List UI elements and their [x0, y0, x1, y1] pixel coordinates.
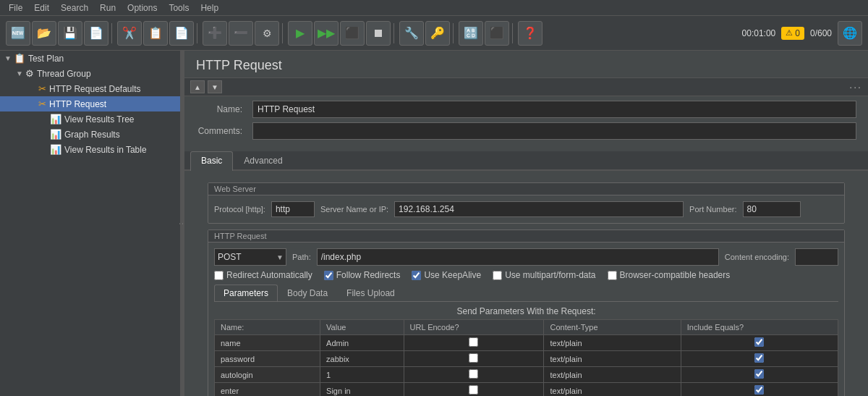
table-row: name Admin text/plain — [215, 335, 838, 351]
web-server-title: Web Server — [208, 183, 844, 195]
table-row: enter Sign in text/plain — [215, 383, 838, 397]
gr-label: Graph Results — [64, 130, 120, 140]
subtab-files-upload[interactable]: Files Upload — [337, 285, 404, 301]
row4-include-equals-input[interactable] — [754, 385, 764, 395]
globe-button[interactable]: 🌐 — [838, 21, 862, 46]
use-keepalive-input[interactable] — [412, 271, 421, 280]
save-button[interactable]: 💾 — [58, 21, 82, 46]
tree-item-test-plan[interactable]: ▼ 📋 Test Plan — [0, 51, 180, 66]
tree-item-http-defaults[interactable]: ✂ HTTP Request Defaults — [0, 81, 180, 96]
row4-include-equals[interactable] — [681, 383, 838, 397]
row2-url-encode[interactable] — [404, 351, 544, 367]
menu-tools[interactable]: Tools — [163, 1, 195, 14]
tree-item-graph-results[interactable]: 📊 Graph Results — [0, 127, 180, 142]
use-multipart-checkbox[interactable]: Use multipart/form-data — [493, 270, 595, 280]
col-content-type: Content-Type — [544, 320, 681, 335]
separator5 — [453, 23, 456, 43]
start-no-pause-button[interactable]: ▶▶ — [314, 21, 339, 46]
row3-url-encode[interactable] — [404, 367, 544, 383]
gr-icon: 📊 — [50, 129, 61, 140]
subtab-body-data[interactable]: Body Data — [278, 285, 337, 301]
row4-url-encode-input[interactable] — [469, 385, 478, 395]
clear-all-button[interactable]: ⬛ — [485, 21, 509, 46]
expand-thread-group[interactable]: ▼ — [16, 69, 23, 77]
run-count: 0/600 — [810, 28, 832, 38]
row2-include-equals-input[interactable] — [754, 353, 764, 363]
subtab-parameters[interactable]: Parameters — [214, 285, 278, 301]
tab-advanced[interactable]: Advanced — [233, 151, 293, 169]
name-input[interactable] — [252, 101, 856, 118]
clear-button[interactable]: 🔠 — [459, 21, 483, 46]
left-panel: ▼ 📋 Test Plan ▼ ⚙ Thread Group ✂ HTTP Re… — [0, 51, 181, 396]
comments-input[interactable] — [252, 122, 856, 140]
tree-item-http-request[interactable]: ✂ HTTP Request — [0, 96, 180, 111]
comments-row: Comments: — [196, 122, 856, 140]
collapse-button[interactable]: ➖ — [229, 21, 253, 46]
row1-include-equals[interactable] — [681, 335, 838, 351]
content-enc-input[interactable] — [795, 248, 838, 266]
row2-include-equals[interactable] — [681, 351, 838, 367]
menu-run[interactable]: Run — [94, 1, 122, 14]
expand-button[interactable]: ➕ — [203, 21, 227, 46]
web-server-row: Protocol [http]: Server Name or IP: Port… — [214, 201, 838, 217]
use-keepalive-checkbox[interactable]: Use KeepAlive — [412, 270, 481, 280]
redirect-auto-checkbox[interactable]: Redirect Automatically — [214, 270, 312, 280]
use-multipart-input[interactable] — [493, 271, 502, 280]
menubar: File Edit Search Run Options Tools Help — [0, 0, 868, 16]
row2-content-type: text/plain — [544, 351, 681, 367]
menu-help[interactable]: Help — [195, 1, 224, 14]
row1-url-encode[interactable] — [404, 335, 544, 351]
server-label: Server Name or IP: — [320, 205, 388, 214]
tab-content: Web Server Protocol [http]: Server Name … — [184, 171, 868, 396]
tab-bar: Basic Advanced — [184, 151, 868, 171]
row4-name: enter — [215, 383, 320, 397]
settings-button[interactable]: ⚙ — [255, 21, 279, 46]
path-input[interactable] — [317, 248, 719, 266]
row3-include-equals[interactable] — [681, 367, 838, 383]
browser-compat-checkbox[interactable]: Browser-compatible headers — [608, 270, 731, 280]
protocol-input[interactable] — [271, 201, 315, 217]
redirect-auto-input[interactable] — [214, 271, 224, 280]
separator4 — [393, 23, 396, 43]
follow-redirects-checkbox[interactable]: Follow Redirects — [324, 270, 401, 280]
menu-edit[interactable]: Edit — [28, 1, 55, 14]
remote-stop-button[interactable]: 🔑 — [425, 21, 450, 46]
tab-basic[interactable]: Basic — [190, 151, 233, 171]
row3-include-equals-input[interactable] — [754, 369, 764, 379]
port-input[interactable] — [743, 201, 801, 217]
menu-file[interactable]: File — [3, 1, 28, 14]
browser-compat-input[interactable] — [608, 271, 617, 280]
server-input[interactable] — [394, 201, 684, 217]
follow-redirects-input[interactable] — [324, 271, 333, 280]
save-as-button[interactable]: 📄 — [84, 21, 109, 46]
menu-search[interactable]: Search — [55, 1, 94, 14]
tree-item-thread-group[interactable]: ▼ ⚙ Thread Group — [0, 66, 180, 81]
remote-start-button[interactable]: 🔧 — [399, 21, 424, 46]
row4-url-encode[interactable] — [404, 383, 544, 397]
method-select[interactable]: POST GET PUT DELETE — [214, 248, 286, 266]
row1-include-equals-input[interactable] — [754, 337, 764, 347]
open-button[interactable]: 📂 — [32, 21, 56, 46]
mini-down-btn[interactable]: ▼ — [208, 80, 222, 93]
expand-test-plan[interactable]: ▼ — [4, 54, 12, 62]
help-button[interactable]: ❓ — [518, 21, 542, 46]
tree-item-view-results-tree[interactable]: 📊 View Results Tree — [0, 111, 180, 127]
col-include-equals: Include Equals? — [681, 320, 838, 335]
row2-name: password — [215, 351, 320, 367]
start-button[interactable]: ▶ — [288, 21, 312, 46]
shutdown-button[interactable]: ⏹ — [366, 21, 391, 46]
mini-up-btn[interactable]: ▲ — [190, 80, 205, 93]
separator1 — [111, 23, 114, 43]
cut-button[interactable]: ✂️ — [117, 21, 142, 46]
tree-item-view-results-table[interactable]: 📊 View Results in Table — [0, 142, 180, 157]
menu-options[interactable]: Options — [122, 1, 163, 14]
new-button[interactable]: 🆕 — [6, 21, 30, 46]
row1-url-encode-input[interactable] — [469, 337, 478, 347]
row2-url-encode-input[interactable] — [469, 353, 478, 363]
right-panel: HTTP Request ▲ ▼ ··· Name: Comments: Bas… — [184, 51, 868, 396]
copy-button[interactable]: 📋 — [143, 21, 168, 46]
stop-button[interactable]: ⬛ — [340, 21, 365, 46]
row3-url-encode-input[interactable] — [469, 369, 478, 379]
http-defaults-icon: ✂ — [38, 83, 46, 94]
paste-button[interactable]: 📄 — [169, 21, 194, 46]
